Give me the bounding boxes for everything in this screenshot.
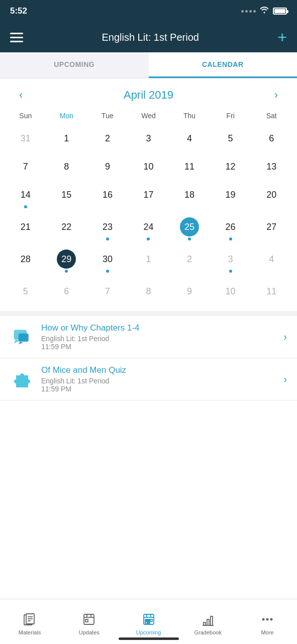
- calendar-day[interactable]: 7: [5, 153, 46, 181]
- calendar-day[interactable]: 5: [5, 278, 46, 306]
- nav-materials[interactable]: Materials: [0, 599, 59, 644]
- upcoming-icon: [141, 612, 156, 627]
- calendar-day[interactable]: 9: [169, 278, 210, 306]
- calendar-day[interactable]: 4: [251, 246, 292, 278]
- more-icon: [260, 612, 275, 627]
- calendar-day[interactable]: 28: [5, 246, 46, 278]
- calendar-day[interactable]: 30: [87, 246, 128, 278]
- day-number: 24: [139, 217, 158, 236]
- calendar-day[interactable]: 19: [210, 181, 251, 213]
- calendar-day[interactable]: 8: [128, 278, 169, 306]
- calendar-day[interactable]: 2: [87, 125, 128, 153]
- calendar-day[interactable]: 3: [128, 125, 169, 153]
- calendar-day[interactable]: 1: [128, 246, 169, 278]
- nav-upcoming-label: Upcoming: [136, 629, 161, 635]
- home-indicator: [119, 637, 179, 640]
- nav-more-label: More: [261, 629, 273, 635]
- calendar-day[interactable]: 14: [5, 181, 46, 213]
- calendar-day[interactable]: 23: [87, 213, 128, 246]
- day-number: 9: [98, 157, 117, 176]
- calendar-day[interactable]: 10: [128, 153, 169, 181]
- page-title: English Lit: 1st Period: [102, 32, 199, 43]
- svg-marker-3: [19, 342, 23, 344]
- calendar-day[interactable]: 18: [169, 181, 210, 213]
- calendar-day[interactable]: 7: [87, 278, 128, 306]
- day-number: 16: [98, 185, 117, 204]
- calendar-day[interactable]: 29: [46, 246, 87, 278]
- add-button[interactable]: +: [277, 29, 287, 45]
- event-dot: [24, 205, 27, 208]
- day-number: 1: [139, 250, 158, 269]
- nav-updates-label: Updates: [79, 629, 100, 635]
- calendar-day[interactable]: 24: [128, 213, 169, 246]
- day-number: 10: [139, 157, 158, 176]
- day-number: 7: [98, 282, 117, 301]
- calendar-day[interactable]: 12: [210, 153, 251, 181]
- calendar-day[interactable]: 16: [87, 181, 128, 213]
- day-number: 30: [98, 250, 117, 269]
- svg-rect-23: [204, 622, 206, 625]
- calendar-day[interactable]: 9: [87, 153, 128, 181]
- nav-updates[interactable]: Updates: [59, 599, 119, 644]
- assignments-list: How or Why Chapters 1-4 English Lit: 1st…: [0, 316, 297, 599]
- assignment-time: 11:59 PM: [41, 343, 278, 351]
- calendar-day[interactable]: 31: [5, 125, 46, 153]
- puzzle-icon: [10, 367, 34, 391]
- calendar-day[interactable]: 11: [169, 153, 210, 181]
- wifi-icon: [260, 7, 269, 16]
- next-month-button[interactable]: ›: [270, 87, 282, 104]
- day-number: 11: [262, 282, 281, 301]
- svg-rect-13: [85, 619, 88, 622]
- day-number: 4: [180, 129, 199, 148]
- day-number: 20: [262, 185, 281, 204]
- gradebook-icon: [201, 612, 216, 627]
- calendar-day[interactable]: 6: [46, 278, 87, 306]
- day-number: 4: [262, 250, 281, 269]
- calendar-day[interactable]: 27: [251, 213, 292, 246]
- calendar-day[interactable]: 6: [251, 125, 292, 153]
- nav-more[interactable]: More: [238, 599, 297, 644]
- calendar-day[interactable]: 15: [46, 181, 87, 213]
- calendar-day[interactable]: 5: [210, 125, 251, 153]
- calendar-day[interactable]: 1: [46, 125, 87, 153]
- calendar-day[interactable]: 11: [251, 278, 292, 306]
- menu-button[interactable]: [10, 33, 23, 42]
- assignment-item[interactable]: How or Why Chapters 1-4 English Lit: 1st…: [0, 316, 297, 358]
- day-number: 28: [16, 250, 35, 269]
- tab-calendar[interactable]: CALENDAR: [149, 52, 298, 78]
- day-number: 1: [57, 129, 76, 148]
- day-number: 6: [262, 129, 281, 148]
- calendar-day[interactable]: 22: [46, 213, 87, 246]
- calendar-day[interactable]: 8: [46, 153, 87, 181]
- calendar-day[interactable]: 2: [169, 246, 210, 278]
- day-header-thu: Thu: [169, 110, 210, 122]
- event-dot: [147, 237, 150, 240]
- day-number: 7: [16, 157, 35, 176]
- calendar-day[interactable]: 4: [169, 125, 210, 153]
- day-header-sat: Sat: [251, 110, 292, 122]
- calendar-day[interactable]: 26: [210, 213, 251, 246]
- day-number: 25: [180, 217, 199, 236]
- day-header-sun: Sun: [5, 110, 46, 122]
- calendar-day[interactable]: 13: [251, 153, 292, 181]
- calendar-day[interactable]: 25: [169, 213, 210, 246]
- assignment-item[interactable]: Of Mice and Men Quiz English Lit: 1st Pe…: [0, 358, 297, 400]
- calendar-day[interactable]: 17: [128, 181, 169, 213]
- assignment-class: English Lit: 1st Period: [41, 335, 278, 343]
- event-dot: [188, 237, 191, 240]
- calendar-day[interactable]: 3: [210, 246, 251, 278]
- tab-upcoming[interactable]: UPCOMING: [0, 52, 149, 78]
- calendar-day[interactable]: 20: [251, 181, 292, 213]
- calendar-day[interactable]: 21: [5, 213, 46, 246]
- prev-month-button[interactable]: ‹: [15, 87, 27, 104]
- svg-rect-22: [148, 622, 150, 624]
- calendar-day[interactable]: 10: [210, 278, 251, 306]
- event-dot: [65, 270, 68, 273]
- day-number: 11: [180, 157, 199, 176]
- day-number: 18: [180, 185, 199, 204]
- status-icons: [241, 7, 287, 16]
- assignment-class: English Lit: 1st Period: [41, 377, 278, 385]
- assignment-time: 11:59 PM: [41, 385, 278, 393]
- nav-gradebook[interactable]: Gradebook: [178, 599, 238, 644]
- day-number: 3: [139, 129, 158, 148]
